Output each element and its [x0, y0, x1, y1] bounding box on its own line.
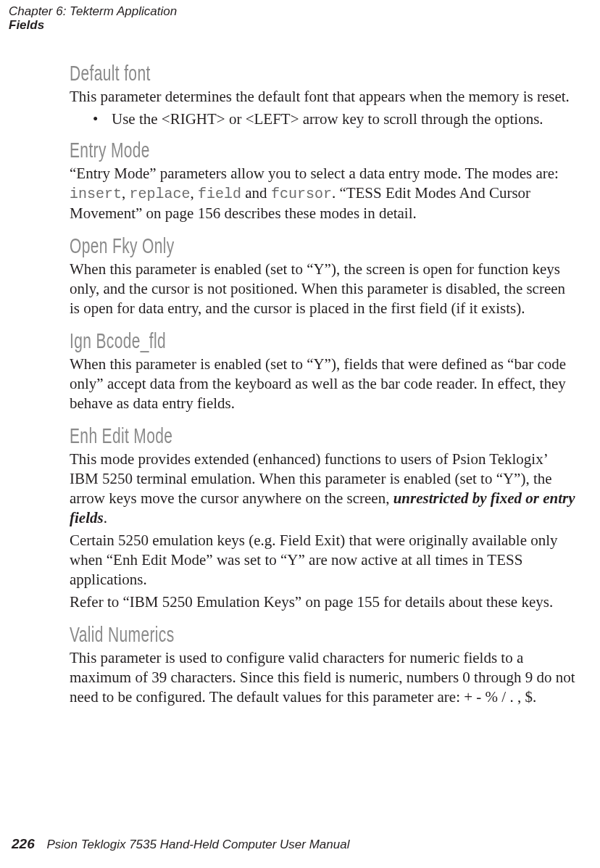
entry-mode-sep1: , [122, 184, 130, 202]
footer-title: Psion Teklogix 7535 Hand-Held Computer U… [46, 838, 349, 851]
heading-entry-mode: Entry Mode [70, 135, 425, 164]
enh-edit-para-3: Refer to “IBM 5250 Emulation Keys” on pa… [70, 592, 577, 612]
entry-mode-p1a: “Entry Mode” parameters allow you to sel… [70, 165, 559, 182]
entry-mode-m3: field [198, 186, 241, 202]
enh-edit-p1b: . [104, 509, 107, 526]
default-font-para-1: This parameter determines the default fo… [70, 87, 577, 107]
enh-edit-para-1: This mode provides extended (enhanced) f… [70, 450, 577, 528]
enh-edit-para-2: Certain 5250 emulation keys (e.g. Field … [70, 531, 577, 590]
page-footer: 226 Psion Teklogix 7535 Hand-Held Comput… [12, 836, 349, 852]
entry-mode-m2: replace [130, 186, 191, 202]
page-number: 226 [12, 836, 35, 851]
open-fky-para-1: When this parameter is enabled (set to “… [70, 260, 577, 318]
heading-ign-bcode-fld: Ign Bcode_fld [70, 326, 425, 355]
default-font-bullet-1: Use the <RIGHT> or <LEFT> arrow key to s… [93, 109, 577, 129]
entry-mode-para-1: “Entry Mode” parameters allow you to sel… [70, 164, 577, 223]
heading-default-font: Default font [70, 58, 425, 87]
running-header: Chapter 6: Tekterm Application Fields [9, 4, 177, 32]
content-column: Default font This parameter determines t… [70, 58, 577, 710]
heading-valid-numerics: Valid Numerics [70, 619, 425, 648]
valid-numerics-para-1: This parameter is used to configure vali… [70, 648, 577, 707]
ign-bcode-para-1: When this parameter is enabled (set to “… [70, 355, 577, 413]
heading-open-fky-only: Open Fky Only [70, 231, 425, 260]
entry-mode-m4: fcursor [271, 186, 332, 202]
entry-mode-mid: and [241, 184, 271, 202]
header-chapter: Chapter 6: Tekterm Application [9, 4, 177, 18]
heading-enh-edit-mode: Enh Edit Mode [70, 421, 425, 450]
header-section: Fields [9, 18, 177, 32]
entry-mode-sep2: , [191, 184, 199, 202]
default-font-bullets: Use the <RIGHT> or <LEFT> arrow key to s… [70, 109, 577, 129]
page: Chapter 6: Tekterm Application Fields De… [0, 0, 600, 868]
entry-mode-m1: insert [70, 186, 122, 202]
